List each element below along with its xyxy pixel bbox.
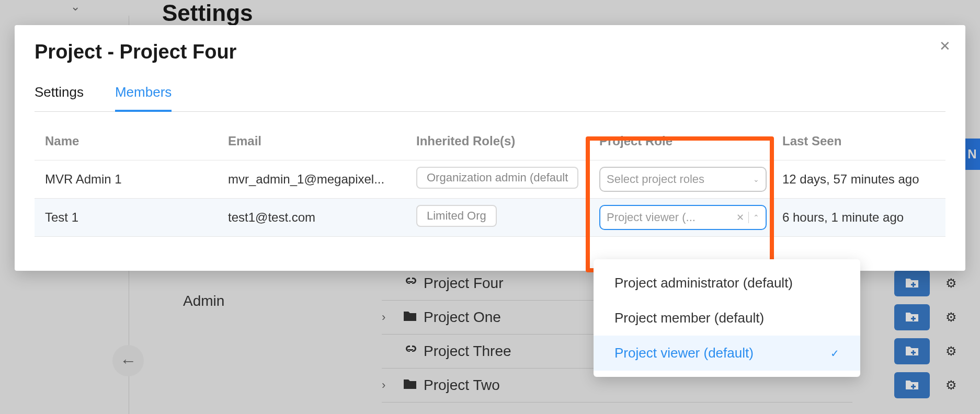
role-badge: Limited Org: [416, 205, 497, 227]
folder-icon: [403, 377, 424, 394]
member-name: MVR Admin 1: [45, 172, 228, 187]
link-icon: [403, 275, 424, 292]
gear-icon[interactable]: ⚙: [945, 378, 957, 393]
member-name: Test 1: [45, 210, 228, 225]
member-email: mvr_admin_1@megapixel...: [228, 172, 416, 187]
inherited-role-cell: Organization admin (default: [416, 167, 599, 192]
dropdown-item-viewer[interactable]: Project viewer (default) ✓: [594, 336, 860, 371]
tab-members[interactable]: Members: [115, 84, 172, 112]
select-value: Project viewer (...: [607, 211, 696, 224]
check-icon: ✓: [830, 347, 839, 360]
table-row: MVR Admin 1 mvr_admin_1@megapixel... Org…: [35, 160, 945, 199]
back-button[interactable]: ←: [112, 345, 144, 376]
col-last-seen: Last Seen: [782, 134, 935, 148]
project-modal: ✕ Project - Project Four Settings Member…: [15, 25, 965, 271]
project-role-select[interactable]: Select project roles ⌄: [599, 167, 767, 192]
add-folder-button[interactable]: [894, 304, 930, 330]
last-seen: 12 days, 57 minutes ago: [782, 172, 935, 187]
role-badge: Organization admin (default: [416, 167, 578, 189]
modal-tabs: Settings Members: [35, 84, 945, 112]
last-seen: 6 hours, 1 minute ago: [782, 210, 935, 225]
project-label: Project Two: [424, 377, 500, 394]
chevron-down-icon: ⌄: [753, 175, 759, 183]
project-role-cell: Project viewer (... ✕ ⌃: [599, 205, 782, 230]
col-project-role: Project Role: [599, 134, 782, 148]
page-title: Settings: [162, 0, 253, 26]
add-folder-button[interactable]: [894, 270, 930, 296]
gear-icon[interactable]: ⚙: [945, 310, 957, 325]
chevron-up-icon: ⌃: [753, 213, 759, 222]
inherited-role-cell: Limited Org: [416, 205, 599, 230]
col-name: Name: [45, 134, 228, 148]
chevron-right-icon[interactable]: ›: [382, 378, 403, 392]
add-folder-button[interactable]: [894, 372, 930, 398]
new-button-truncated[interactable]: N: [964, 139, 980, 170]
dropdown-item-label: Project member (default): [614, 310, 764, 326]
gear-icon[interactable]: ⚙: [945, 276, 957, 291]
tab-settings[interactable]: Settings: [35, 84, 84, 111]
col-inherited: Inherited Role(s): [416, 134, 599, 148]
col-email: Email: [228, 134, 416, 148]
folder-icon: [403, 309, 424, 326]
member-email: test1@test.com: [228, 210, 416, 225]
link-icon: [403, 343, 424, 360]
chevron-right-icon[interactable]: ›: [382, 310, 403, 324]
clear-icon[interactable]: ✕: [736, 212, 744, 223]
table-row: Test 1 test1@test.com Limited Org Projec…: [35, 199, 945, 237]
project-label: Project Three: [424, 343, 511, 360]
project-role-select[interactable]: Project viewer (... ✕ ⌃: [599, 205, 767, 230]
gear-icon[interactable]: ⚙: [945, 344, 957, 359]
dropdown-item-label: Project viewer (default): [614, 345, 754, 361]
dropdown-item-label: Project administrator (default): [614, 275, 793, 291]
modal-title: Project - Project Four: [35, 41, 945, 63]
close-icon[interactable]: ✕: [939, 38, 951, 54]
role-dropdown: Project administrator (default) Project …: [594, 259, 860, 377]
chevron-down-icon[interactable]: ⌄: [71, 0, 80, 14]
members-table: Name Email Inherited Role(s) Project Rol…: [35, 126, 945, 237]
sidebar-admin-label: Admin: [183, 293, 224, 309]
project-role-cell: Select project roles ⌄: [599, 167, 782, 192]
divider: [748, 212, 749, 223]
dropdown-item-admin[interactable]: Project administrator (default): [594, 266, 860, 301]
select-placeholder: Select project roles: [607, 172, 704, 186]
add-folder-button[interactable]: [894, 338, 930, 364]
project-label: Project Four: [424, 275, 504, 292]
dropdown-item-member[interactable]: Project member (default): [594, 301, 860, 336]
table-header: Name Email Inherited Role(s) Project Rol…: [35, 126, 945, 160]
project-label: Project One: [424, 309, 501, 326]
